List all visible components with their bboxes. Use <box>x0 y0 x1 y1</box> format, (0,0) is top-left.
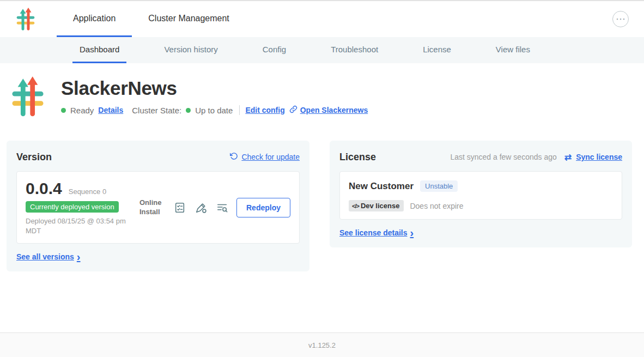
license-card: License Last synced a few seconds ago ⇄ … <box>330 141 632 247</box>
app-logo-icon <box>12 76 44 117</box>
subnav-item-view-files[interactable]: View files <box>489 37 537 63</box>
subnav-item-version-history[interactable]: Version history <box>157 37 224 63</box>
sync-icon: ⇄ <box>564 152 572 162</box>
tab-application[interactable]: Application <box>57 1 132 37</box>
deployed-timestamp: Deployed 08/15/25 @ 03:54 pm MDT <box>26 216 139 235</box>
sync-license-link[interactable]: Sync license <box>576 153 622 161</box>
subnav-view-files-label: View files <box>496 45 530 54</box>
see-all-versions-label: See all versions <box>16 252 74 261</box>
subnav-troubleshoot-label: Troubleshoot <box>331 45 378 54</box>
install-type-label: Online Install <box>139 198 166 216</box>
admin-console-footer: v1.125.2 <box>0 332 644 357</box>
see-license-details-label: See license details <box>339 228 408 237</box>
open-app-link[interactable]: Open Slackernews <box>289 105 368 115</box>
app-status-dot <box>61 108 66 113</box>
cluster-state-value: Up to date <box>195 106 233 115</box>
config-edit-icon[interactable] <box>195 202 207 214</box>
dev-license-badge: </> Dev license <box>349 200 404 211</box>
ellipsis-icon: ⋯ <box>616 12 625 26</box>
subnav-license-label: License <box>423 45 451 54</box>
chevron-right-icon: › <box>77 253 81 261</box>
license-panel: New Customer Unstable </> Dev license Do… <box>339 171 622 220</box>
preflight-checks-icon[interactable] <box>174 202 186 214</box>
license-expiration: Does not expire <box>410 202 463 210</box>
subnav-dashboard-label: Dashboard <box>80 45 119 54</box>
app-subnav: Dashboard Version history Config Trouble… <box>0 37 644 63</box>
tab-application-label: Application <box>73 14 116 23</box>
cluster-state-label: Cluster State: <box>132 106 181 115</box>
external-link-icon <box>289 105 297 115</box>
customer-name: New Customer <box>349 181 414 192</box>
top-navbar: Application Cluster Management ⋯ <box>0 0 644 37</box>
subnav-item-license[interactable]: License <box>416 37 458 63</box>
version-number: 0.0.4 <box>26 179 62 198</box>
refresh-icon <box>230 152 238 162</box>
dev-license-label: Dev license <box>361 202 400 210</box>
last-synced-text: Last synced a few seconds ago <box>450 153 556 161</box>
top-nav-tabs: Application Cluster Management <box>57 1 246 37</box>
channel-badge: Unstable <box>420 180 458 192</box>
check-for-update-link[interactable]: Check for update <box>230 152 300 162</box>
tab-cluster-management[interactable]: Cluster Management <box>132 1 246 37</box>
divider <box>239 105 240 115</box>
app-status-text: Ready <box>70 106 94 115</box>
see-license-details-link[interactable]: See license details › <box>339 228 414 237</box>
version-card-title: Version <box>16 152 52 163</box>
open-app-link-label: Open Slackernews <box>300 106 368 114</box>
deployed-badge: Currently deployed version <box>26 201 119 213</box>
license-card-title: License <box>339 152 376 163</box>
console-version-text: v1.125.2 <box>308 341 336 349</box>
subnav-item-config[interactable]: Config <box>256 37 293 63</box>
sequence-label: Sequence 0 <box>69 187 106 196</box>
subnav-item-troubleshoot[interactable]: Troubleshoot <box>324 37 385 63</box>
subnav-item-dashboard[interactable]: Dashboard <box>72 37 126 63</box>
details-link[interactable]: Details <box>98 106 123 114</box>
deploy-logs-icon[interactable] <box>216 202 228 214</box>
subnav-version-history-label: Version history <box>164 45 217 54</box>
check-for-update-label: Check for update <box>241 153 300 161</box>
cluster-state-dot <box>186 108 191 113</box>
tab-cluster-management-label: Cluster Management <box>148 14 229 23</box>
redeploy-button[interactable]: Redeploy <box>236 198 290 217</box>
chevron-right-icon: › <box>410 229 414 237</box>
slackernews-logo-icon <box>16 8 35 31</box>
app-header: SlackerNews Ready Details Cluster State:… <box>0 63 644 117</box>
app-status-row: Ready Details Cluster State: Up to date … <box>61 105 372 115</box>
dashboard-cards: Version Check for update 0.0.4 Se <box>0 141 644 271</box>
subnav-config-label: Config <box>263 45 286 54</box>
version-card: Version Check for update 0.0.4 Se <box>7 141 309 271</box>
overflow-menu-button[interactable]: ⋯ <box>612 11 629 27</box>
version-action-icons <box>174 202 228 214</box>
page-title: SlackerNews <box>61 77 372 99</box>
code-icon: </> <box>352 203 359 209</box>
edit-config-link[interactable]: Edit config <box>245 106 284 114</box>
current-version-panel: 0.0.4 Sequence 0 Currently deployed vers… <box>16 171 300 244</box>
see-all-versions-link[interactable]: See all versions › <box>16 252 81 261</box>
